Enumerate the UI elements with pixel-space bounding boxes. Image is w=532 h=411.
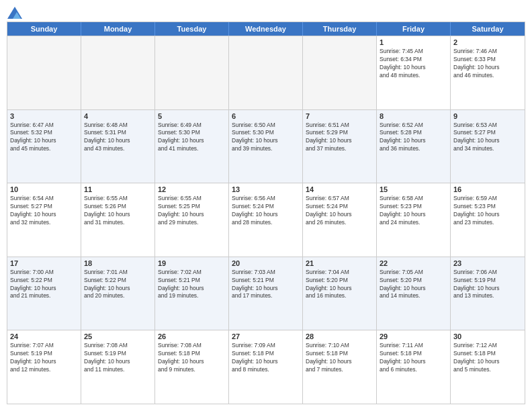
calendar-row: 3Sunrise: 6:47 AM Sunset: 5:32 PM Daylig…: [7, 109, 525, 183]
day-number: 20: [232, 259, 300, 267]
day-info: Sunrise: 7:05 AM Sunset: 5:20 PM Dayligh…: [380, 269, 447, 301]
day-info: Sunrise: 6:57 AM Sunset: 5:24 PM Dayligh…: [306, 195, 373, 227]
day-info: Sunrise: 6:59 AM Sunset: 5:23 PM Dayligh…: [453, 195, 522, 227]
calendar-cell: 4Sunrise: 6:48 AM Sunset: 5:31 PM Daylig…: [81, 110, 155, 183]
day-number: 30: [453, 332, 522, 340]
day-number: 14: [306, 185, 373, 193]
calendar-cell: 27Sunrise: 7:09 AM Sunset: 5:18 PM Dayli…: [229, 330, 303, 404]
day-number: 22: [380, 259, 447, 267]
calendar-header-cell: Monday: [81, 22, 155, 36]
day-number: 29: [380, 332, 447, 340]
calendar-row: 10Sunrise: 6:54 AM Sunset: 5:27 PM Dayli…: [7, 183, 525, 257]
logo-icon: [7, 7, 22, 19]
calendar-cell: 23Sunrise: 7:06 AM Sunset: 5:19 PM Dayli…: [451, 257, 525, 330]
day-number: 23: [453, 259, 522, 267]
calendar-cell: 14Sunrise: 6:57 AM Sunset: 5:24 PM Dayli…: [303, 183, 377, 257]
day-number: 11: [84, 185, 152, 193]
calendar-cell: 25Sunrise: 7:08 AM Sunset: 5:19 PM Dayli…: [81, 330, 155, 404]
day-number: 25: [84, 332, 152, 340]
calendar-cell: 2Sunrise: 7:46 AM Sunset: 6:33 PM Daylig…: [451, 36, 525, 109]
logo: [7, 7, 22, 16]
day-number: 4: [84, 112, 152, 120]
day-number: 28: [306, 332, 373, 340]
calendar-cell: 30Sunrise: 7:12 AM Sunset: 5:18 PM Dayli…: [451, 330, 525, 404]
day-number: 18: [84, 259, 152, 267]
day-info: Sunrise: 7:01 AM Sunset: 5:22 PM Dayligh…: [84, 269, 152, 301]
day-info: Sunrise: 6:50 AM Sunset: 5:30 PM Dayligh…: [232, 122, 300, 154]
day-info: Sunrise: 7:11 AM Sunset: 5:18 PM Dayligh…: [380, 342, 447, 374]
calendar-header-cell: Thursday: [303, 22, 377, 36]
day-info: Sunrise: 6:58 AM Sunset: 5:23 PM Dayligh…: [380, 195, 447, 227]
day-number: 9: [453, 112, 522, 120]
calendar-cell: 29Sunrise: 7:11 AM Sunset: 5:18 PM Dayli…: [377, 330, 451, 404]
calendar: SundayMondayTuesdayWednesdayThursdayFrid…: [7, 21, 525, 404]
calendar-cell: 21Sunrise: 7:04 AM Sunset: 5:20 PM Dayli…: [303, 257, 377, 330]
day-info: Sunrise: 7:08 AM Sunset: 5:18 PM Dayligh…: [158, 342, 226, 374]
calendar-row: 1Sunrise: 7:45 AM Sunset: 6:34 PM Daylig…: [7, 36, 525, 109]
day-info: Sunrise: 7:06 AM Sunset: 5:19 PM Dayligh…: [453, 269, 522, 301]
calendar-cell: 13Sunrise: 6:56 AM Sunset: 5:24 PM Dayli…: [229, 183, 303, 257]
calendar-cell: 28Sunrise: 7:10 AM Sunset: 5:18 PM Dayli…: [303, 330, 377, 404]
day-number: 17: [10, 259, 78, 267]
calendar-header-cell: Wednesday: [229, 22, 303, 36]
day-number: 6: [232, 112, 300, 120]
day-number: 8: [380, 112, 447, 120]
calendar-body: 1Sunrise: 7:45 AM Sunset: 6:34 PM Daylig…: [7, 36, 525, 404]
day-info: Sunrise: 7:08 AM Sunset: 5:19 PM Dayligh…: [84, 342, 152, 374]
calendar-cell: 22Sunrise: 7:05 AM Sunset: 5:20 PM Dayli…: [377, 257, 451, 330]
calendar-cell: 16Sunrise: 6:59 AM Sunset: 5:23 PM Dayli…: [451, 183, 525, 257]
day-info: Sunrise: 7:09 AM Sunset: 5:18 PM Dayligh…: [232, 342, 300, 374]
calendar-cell: [303, 36, 377, 109]
calendar-cell: 15Sunrise: 6:58 AM Sunset: 5:23 PM Dayli…: [377, 183, 451, 257]
calendar-cell: 19Sunrise: 7:02 AM Sunset: 5:21 PM Dayli…: [155, 257, 229, 330]
day-info: Sunrise: 7:10 AM Sunset: 5:18 PM Dayligh…: [306, 342, 373, 374]
calendar-cell: 9Sunrise: 6:53 AM Sunset: 5:27 PM Daylig…: [451, 110, 525, 183]
day-number: 15: [380, 185, 447, 193]
header: [7, 7, 525, 16]
day-info: Sunrise: 7:04 AM Sunset: 5:20 PM Dayligh…: [306, 269, 373, 301]
calendar-row: 24Sunrise: 7:07 AM Sunset: 5:19 PM Dayli…: [7, 330, 525, 404]
calendar-header-cell: Tuesday: [155, 22, 229, 36]
calendar-header: SundayMondayTuesdayWednesdayThursdayFrid…: [7, 22, 525, 36]
day-number: 24: [10, 332, 78, 340]
calendar-cell: 6Sunrise: 6:50 AM Sunset: 5:30 PM Daylig…: [229, 110, 303, 183]
day-number: 10: [10, 185, 78, 193]
calendar-cell: 1Sunrise: 7:45 AM Sunset: 6:34 PM Daylig…: [377, 36, 451, 109]
page: SundayMondayTuesdayWednesdayThursdayFrid…: [0, 0, 532, 411]
day-number: 3: [10, 112, 78, 120]
day-info: Sunrise: 7:45 AM Sunset: 6:34 PM Dayligh…: [380, 48, 447, 80]
day-number: 1: [380, 38, 447, 46]
day-info: Sunrise: 7:03 AM Sunset: 5:21 PM Dayligh…: [232, 269, 300, 301]
day-info: Sunrise: 6:47 AM Sunset: 5:32 PM Dayligh…: [10, 122, 78, 154]
calendar-cell: 26Sunrise: 7:08 AM Sunset: 5:18 PM Dayli…: [155, 330, 229, 404]
calendar-cell: 3Sunrise: 6:47 AM Sunset: 5:32 PM Daylig…: [7, 110, 81, 183]
calendar-cell: [81, 36, 155, 109]
day-number: 26: [158, 332, 226, 340]
calendar-header-cell: Friday: [377, 22, 451, 36]
calendar-cell: [7, 36, 81, 109]
day-info: Sunrise: 7:07 AM Sunset: 5:19 PM Dayligh…: [10, 342, 78, 374]
calendar-cell: [155, 36, 229, 109]
calendar-cell: 11Sunrise: 6:55 AM Sunset: 5:26 PM Dayli…: [81, 183, 155, 257]
day-info: Sunrise: 7:12 AM Sunset: 5:18 PM Dayligh…: [453, 342, 522, 374]
day-number: 16: [453, 185, 522, 193]
calendar-cell: 17Sunrise: 7:00 AM Sunset: 5:22 PM Dayli…: [7, 257, 81, 330]
day-info: Sunrise: 6:55 AM Sunset: 5:26 PM Dayligh…: [84, 195, 152, 227]
day-number: 12: [158, 185, 226, 193]
day-info: Sunrise: 7:02 AM Sunset: 5:21 PM Dayligh…: [158, 269, 226, 301]
day-info: Sunrise: 6:51 AM Sunset: 5:29 PM Dayligh…: [306, 122, 373, 154]
calendar-cell: 12Sunrise: 6:55 AM Sunset: 5:25 PM Dayli…: [155, 183, 229, 257]
day-number: 27: [232, 332, 300, 340]
day-number: 21: [306, 259, 373, 267]
day-number: 7: [306, 112, 373, 120]
day-info: Sunrise: 7:46 AM Sunset: 6:33 PM Dayligh…: [453, 48, 522, 80]
calendar-cell: 8Sunrise: 6:52 AM Sunset: 5:28 PM Daylig…: [377, 110, 451, 183]
calendar-row: 17Sunrise: 7:00 AM Sunset: 5:22 PM Dayli…: [7, 257, 525, 330]
day-info: Sunrise: 6:55 AM Sunset: 5:25 PM Dayligh…: [158, 195, 226, 227]
day-number: 5: [158, 112, 226, 120]
day-info: Sunrise: 6:56 AM Sunset: 5:24 PM Dayligh…: [232, 195, 300, 227]
calendar-cell: 20Sunrise: 7:03 AM Sunset: 5:21 PM Dayli…: [229, 257, 303, 330]
day-number: 13: [232, 185, 300, 193]
calendar-cell: 10Sunrise: 6:54 AM Sunset: 5:27 PM Dayli…: [7, 183, 81, 257]
day-info: Sunrise: 7:00 AM Sunset: 5:22 PM Dayligh…: [10, 269, 78, 301]
